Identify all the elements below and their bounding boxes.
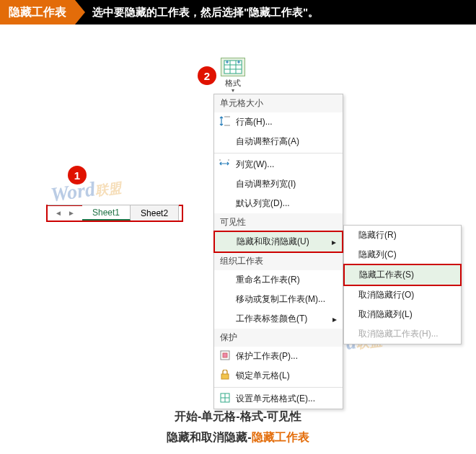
svg-rect-10 bbox=[223, 353, 227, 357]
menu-item-protect-sheet[interactable]: 保护工作表(P)... bbox=[214, 347, 343, 366]
lock-icon bbox=[219, 370, 232, 382]
caret-down-icon: ▾ bbox=[219, 87, 247, 94]
callout-badge-2: 2 bbox=[198, 66, 216, 85]
menu-item-hide-unhide[interactable]: 隐藏和取消隐藏(U) ▸ bbox=[213, 231, 343, 253]
caption-line1: 开始-单元格-格式-可见性 bbox=[0, 409, 476, 424]
submenu-item-unhide-col[interactable]: 取消隐藏列(L) bbox=[344, 305, 461, 324]
scroll-left-icon[interactable]: ◄ bbox=[55, 209, 62, 217]
menu-divider bbox=[214, 387, 343, 388]
header-arrow-icon bbox=[75, 0, 85, 25]
menu-section-visibility: 可见性 bbox=[214, 213, 343, 231]
menu-section-cell-size: 单元格大小 bbox=[214, 94, 343, 112]
submenu-arrow-icon: ▸ bbox=[332, 237, 336, 247]
format-dropdown-menu: 单元格大小 行高(H)... 自动调整行高(A) 列宽(W)... 自动调整列宽… bbox=[213, 94, 343, 409]
svg-rect-11 bbox=[221, 374, 229, 379]
submenu-item-hide-row[interactable]: 隐藏行(R) bbox=[344, 226, 461, 245]
menu-item-autofit-row[interactable]: 自动调整行高(A) bbox=[214, 132, 343, 151]
row-height-icon bbox=[219, 116, 232, 128]
menu-item-default-width[interactable]: 默认列宽(D)... bbox=[214, 194, 343, 213]
menu-section-organize: 组织工作表 bbox=[214, 252, 343, 270]
format-icon bbox=[221, 58, 245, 76]
menu-item-move-copy[interactable]: 移动或复制工作表(M)... bbox=[214, 290, 343, 309]
menu-item-row-height[interactable]: 行高(H)... bbox=[214, 112, 343, 132]
submenu-item-unhide-sheet[interactable]: 取消隐藏工作表(H)... bbox=[344, 324, 461, 344]
menu-item-autofit-col[interactable]: 自动调整列宽(I) bbox=[214, 174, 343, 194]
menu-divider bbox=[214, 153, 343, 153]
submenu-arrow-icon: ▸ bbox=[332, 314, 337, 324]
sheet-tab-sheet1[interactable]: Sheet1 bbox=[82, 205, 131, 221]
menu-item-rename[interactable]: 重命名工作表(R) bbox=[214, 270, 343, 290]
cell-format-icon bbox=[219, 393, 232, 405]
format-ribbon-button[interactable]: 格式 ▾ bbox=[219, 58, 247, 94]
menu-item-cell-format[interactable]: 设置单元格格式(E)... bbox=[214, 389, 343, 409]
sheet-tab-strip: ◄ ► Sheet1 Sheet2 bbox=[46, 205, 183, 222]
protect-icon bbox=[219, 350, 232, 362]
header-bar: 隐藏工作表 选中要隐藏的工作表，然后选择"隐藏工作表"。 bbox=[0, 0, 476, 25]
header-title: 隐藏工作表 bbox=[0, 0, 75, 25]
callout-badge-1: 1 bbox=[68, 166, 87, 184]
menu-item-tab-color[interactable]: 工作表标签颜色(T) ▸ bbox=[214, 309, 343, 329]
submenu-item-unhide-row[interactable]: 取消隐藏行(O) bbox=[344, 285, 461, 305]
scroll-right-icon[interactable]: ► bbox=[68, 209, 75, 217]
caption-line2: 隐藏和取消隐藏-隐藏工作表 bbox=[0, 430, 476, 445]
submenu-item-hide-sheet[interactable]: 隐藏工作表(S) bbox=[343, 264, 462, 286]
header-instruction: 选中要隐藏的工作表，然后选择"隐藏工作表"。 bbox=[75, 0, 476, 25]
menu-item-col-width[interactable]: 列宽(W)... bbox=[214, 155, 343, 174]
sheet-scroll-buttons[interactable]: ◄ ► bbox=[48, 205, 82, 221]
menu-item-lock-cell[interactable]: 锁定单元格(L) bbox=[214, 366, 343, 386]
hide-unhide-submenu: 隐藏行(R) 隐藏列(C) 隐藏工作表(S) 取消隐藏行(O) 取消隐藏列(L)… bbox=[343, 225, 462, 344]
col-width-icon bbox=[219, 159, 232, 171]
menu-section-protect: 保护 bbox=[214, 329, 343, 347]
breadcrumb-caption: 开始-单元格-格式-可见性 隐藏和取消隐藏-隐藏工作表 bbox=[0, 409, 476, 445]
submenu-item-hide-col[interactable]: 隐藏列(C) bbox=[344, 245, 461, 264]
sheet-tab-sheet2[interactable]: Sheet2 bbox=[131, 205, 179, 221]
